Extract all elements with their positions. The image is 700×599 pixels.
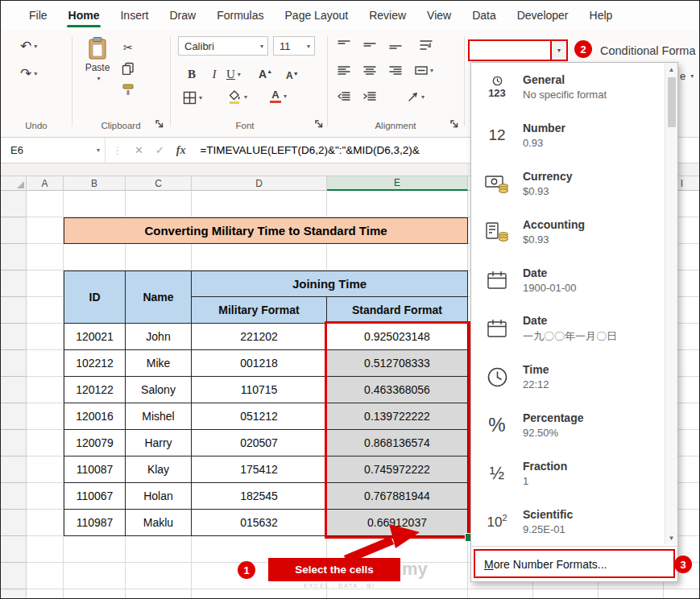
cell-c8[interactable]: Salony (126, 377, 192, 403)
empty-cell[interactable] (64, 589, 126, 599)
row-header-stub[interactable] (1, 191, 27, 217)
cancel-icon[interactable]: ✕ (135, 144, 143, 156)
cell-e8[interactable]: 0.463368056 (327, 377, 468, 403)
italic-button[interactable]: I (205, 65, 223, 83)
empty-cell[interactable] (599, 589, 664, 599)
empty-cell[interactable] (327, 244, 468, 271)
empty-cell[interactable] (468, 589, 533, 599)
empty-cell[interactable] (664, 589, 700, 599)
row-header-stub[interactable] (1, 297, 27, 324)
alignment-dialog-launcher-icon[interactable] (450, 120, 459, 129)
increase-indent-button[interactable] (363, 91, 376, 101)
cell-d12[interactable]: 182545 (192, 483, 327, 510)
formula-bar-splitter[interactable]: ⋮ (112, 144, 122, 156)
row-header-stub[interactable] (1, 324, 27, 350)
align-middle-button[interactable] (363, 39, 376, 50)
tab-page-layout[interactable]: Page Layout (275, 2, 359, 29)
cell-b9[interactable]: 120016 (64, 403, 126, 430)
empty-cell[interactable] (192, 191, 327, 217)
empty-cell[interactable] (27, 403, 64, 430)
row-header-stub[interactable] (1, 217, 27, 244)
empty-cell[interactable] (192, 589, 327, 599)
scroll-up-icon[interactable]: ▲ (669, 63, 675, 76)
row-header-stub[interactable] (1, 589, 27, 599)
format-option-time[interactable]: Time 22:12 (471, 353, 677, 401)
row-header-stub[interactable] (1, 244, 27, 271)
cell-e11[interactable]: 0.745972222 (327, 456, 468, 483)
tab-help[interactable]: Help (579, 2, 623, 29)
cell-d9[interactable]: 051212 (192, 403, 327, 430)
select-all-button[interactable] (1, 176, 27, 191)
tab-view[interactable]: View (416, 2, 462, 29)
row-header-stub[interactable] (1, 377, 27, 403)
cell-c9[interactable]: Mishel (126, 403, 192, 430)
row-header-stub[interactable] (1, 510, 27, 536)
align-right-button[interactable] (389, 65, 402, 76)
tab-developer[interactable]: Developer (507, 2, 579, 29)
scrollbar-thumb[interactable] (668, 77, 676, 127)
tab-insert[interactable]: Insert (110, 2, 159, 29)
format-option-date-long[interactable]: Date 一九〇〇年一月〇日 (471, 304, 677, 353)
column-header-d[interactable]: D (192, 176, 327, 191)
paste-button[interactable]: Paste ▾ (78, 36, 117, 82)
cell-d8[interactable]: 110715 (192, 377, 327, 403)
table-header-standard-format[interactable]: Standard Format (327, 297, 468, 324)
format-option-percentage[interactable]: % Percentage 92.50% (471, 401, 677, 449)
empty-cell[interactable] (64, 191, 126, 217)
empty-cell[interactable] (533, 589, 599, 599)
formula-input[interactable]: =TIMEVALUE(LEFT(D6,2)&":"&MID(D6,3,2)& (200, 144, 419, 156)
format-option-number[interactable]: 12 Number 0.93 (471, 111, 677, 159)
font-dialog-launcher-icon[interactable] (315, 120, 324, 129)
cut-button[interactable]: ✂ (123, 41, 133, 54)
empty-cell[interactable] (27, 589, 64, 599)
undo-button[interactable]: ↶ ▾ (20, 39, 37, 53)
merge-center-button[interactable]: ▾ (415, 65, 433, 76)
format-painter-button[interactable] (122, 83, 135, 96)
empty-cell[interactable] (27, 324, 64, 350)
row-header-stub[interactable] (1, 350, 27, 377)
cell-e9[interactable]: 0.139722222 (327, 403, 468, 430)
tab-home[interactable]: Home (58, 2, 110, 29)
clipped-ribbon-button[interactable]: e ▾ (680, 70, 694, 82)
format-option-fraction[interactable]: ½ Fraction 1 (471, 449, 677, 498)
tab-review[interactable]: Review (358, 2, 416, 29)
cell-e12[interactable]: 0.767881944 (327, 483, 468, 510)
cell-d6[interactable]: 221202 (192, 324, 327, 350)
table-header-id[interactable]: ID (64, 271, 126, 324)
align-top-button[interactable] (338, 39, 350, 50)
cell-d11[interactable]: 175412 (192, 456, 327, 483)
empty-cell[interactable] (327, 191, 468, 217)
table-header-joining-time[interactable]: Joining Time (192, 271, 468, 297)
number-format-value[interactable] (470, 41, 550, 60)
conditional-formatting-button[interactable]: Conditional Forma (600, 44, 695, 57)
row-header-stub[interactable] (1, 563, 27, 589)
wrap-text-button[interactable] (420, 39, 433, 50)
clipboard-dialog-launcher-icon[interactable] (155, 120, 164, 129)
insert-function-button[interactable]: fx (176, 144, 186, 157)
row-header-stub[interactable] (1, 456, 27, 483)
cell-b12[interactable]: 110067 (64, 483, 126, 510)
empty-cell[interactable] (27, 271, 64, 297)
cell-b8[interactable]: 120122 (64, 377, 126, 403)
more-number-formats-item[interactable]: More Number Formats... (471, 546, 677, 581)
empty-cell[interactable] (27, 456, 64, 483)
empty-cell[interactable] (327, 589, 468, 599)
row-header-stub[interactable] (1, 536, 27, 563)
table-header-military-format[interactable]: Military Format (192, 297, 327, 324)
cell-c11[interactable]: Klay (126, 456, 192, 483)
empty-cell[interactable] (27, 430, 64, 456)
empty-cell[interactable] (27, 536, 64, 563)
cell-b13[interactable]: 110987 (64, 510, 126, 536)
column-header-b[interactable]: B (64, 176, 126, 191)
cell-e6-active[interactable]: 0.925023148 (327, 324, 468, 350)
cell-b11[interactable]: 110087 (64, 456, 126, 483)
tab-draw[interactable]: Draw (159, 2, 206, 29)
empty-cell[interactable] (64, 244, 126, 271)
format-option-date[interactable]: Date 1900-01-00 (471, 256, 677, 304)
orientation-button[interactable]: ▾ (408, 91, 425, 102)
empty-cell[interactable] (126, 191, 192, 217)
copy-button[interactable] (122, 62, 135, 75)
column-header-a[interactable]: A (27, 176, 64, 191)
scroll-down-icon[interactable]: ▼ (669, 531, 675, 544)
underline-button[interactable]: U ▾ (226, 65, 241, 83)
